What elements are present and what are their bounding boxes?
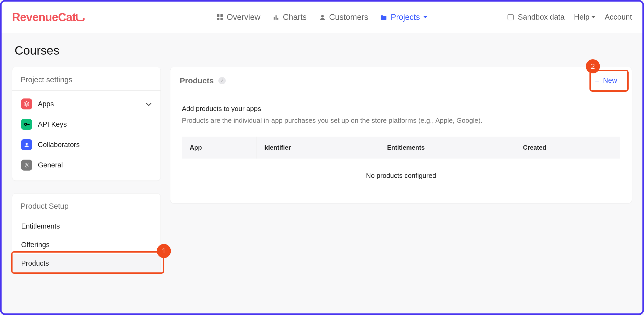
nav-overview[interactable]: Overview	[217, 13, 260, 22]
sidebar-item-products[interactable]: Products	[12, 254, 160, 273]
panel-title: Products	[180, 76, 214, 85]
nav-projects-label: Projects	[391, 13, 420, 22]
account-label: Account	[605, 13, 632, 21]
sidebar-item-label: General	[38, 161, 63, 169]
info-icon[interactable]: i	[218, 77, 226, 84]
user-icon	[21, 139, 32, 150]
logo[interactable]: RevenueCat	[12, 11, 85, 24]
empty-state-text: No products configured	[182, 159, 620, 188]
panel-body-desc: Products are the individual in-app purch…	[182, 116, 620, 125]
nav-overview-label: Overview	[227, 13, 260, 22]
product-setup-title: Product Setup	[12, 194, 160, 217]
checkbox-icon	[508, 14, 514, 20]
bar-chart-icon	[273, 14, 279, 20]
sidebar-item-general[interactable]: General	[17, 155, 155, 175]
col-created: Created	[515, 137, 620, 159]
folder-icon	[381, 14, 387, 20]
key-icon	[21, 119, 32, 130]
sidebar-item-label: Products	[21, 259, 49, 267]
svg-point-7	[321, 15, 324, 18]
sidebar-item-collaborators[interactable]: Collaborators	[17, 135, 155, 155]
sidebar-item-label: Collaborators	[38, 141, 80, 149]
svg-rect-0	[217, 14, 219, 17]
project-settings-title: Project settings	[12, 67, 160, 91]
sidebar-item-label: Offerings	[21, 241, 50, 249]
col-app: App	[182, 137, 257, 159]
svg-rect-1	[220, 14, 223, 17]
col-entitlements: Entitlements	[379, 137, 515, 159]
svg-rect-6	[277, 18, 278, 20]
new-button-label: New	[603, 77, 617, 85]
svg-rect-5	[276, 15, 277, 20]
topbar-right: Sandbox data Help Account	[508, 13, 632, 21]
sidebar-item-label: Entitlements	[21, 222, 60, 230]
products-panel: Products i ＋ New Add products to your ap…	[170, 67, 632, 203]
help-label: Help	[574, 13, 590, 21]
sandbox-toggle[interactable]: Sandbox data	[508, 13, 565, 21]
sandbox-label: Sandbox data	[518, 13, 565, 21]
sidebar-item-apps[interactable]: Apps	[17, 94, 155, 114]
products-table: App Identifier Entitlements Created No p…	[182, 137, 620, 188]
sidebar-item-entitlements[interactable]: Entitlements	[12, 217, 160, 236]
nav-customers-label: Customers	[329, 13, 368, 22]
svg-point-8	[25, 123, 27, 125]
svg-point-10	[26, 164, 27, 166]
svg-rect-3	[220, 18, 223, 20]
sidebar-item-api-keys[interactable]: API Keys	[17, 114, 155, 135]
page-title: Courses	[12, 43, 161, 57]
empty-state-row: No products configured	[182, 159, 620, 188]
chevron-down-icon	[146, 100, 152, 108]
logo-text: RevenueCat	[12, 11, 76, 24]
svg-point-9	[26, 143, 28, 145]
main-nav: Overview Charts Customers Projects	[217, 13, 427, 22]
svg-rect-4	[274, 17, 275, 20]
nav-projects[interactable]: Projects	[381, 13, 427, 22]
topbar: RevenueCat Overview Charts	[2, 2, 642, 33]
help-menu[interactable]: Help	[574, 13, 595, 21]
nav-charts[interactable]: Charts	[273, 13, 307, 22]
svg-rect-2	[217, 18, 219, 20]
plus-icon: ＋	[594, 77, 600, 84]
product-setup-card: Product Setup Entitlements Offerings Pro…	[12, 193, 161, 273]
sidebar-item-label: API Keys	[38, 120, 67, 129]
chevron-down-icon	[424, 16, 427, 18]
sidebar-item-label: Apps	[38, 100, 54, 108]
grid-icon	[217, 14, 223, 20]
annotation-badge-1: 1	[157, 244, 171, 258]
person-icon	[319, 14, 325, 20]
nav-charts-label: Charts	[283, 13, 307, 22]
gear-icon	[21, 160, 32, 171]
sidebar-item-offerings[interactable]: Offerings	[12, 236, 160, 254]
nav-customers[interactable]: Customers	[319, 13, 368, 22]
account-link[interactable]: Account	[605, 13, 632, 21]
annotation-badge-2: 2	[586, 59, 600, 73]
panel-body-title: Add products to your apps	[182, 105, 620, 113]
project-settings-card: Project settings Apps	[12, 67, 161, 181]
col-identifier: Identifier	[257, 137, 379, 159]
apps-icon	[21, 98, 32, 109]
new-button[interactable]: ＋ New	[588, 74, 622, 87]
logo-tail-icon	[76, 11, 85, 24]
chevron-down-icon	[592, 16, 595, 18]
